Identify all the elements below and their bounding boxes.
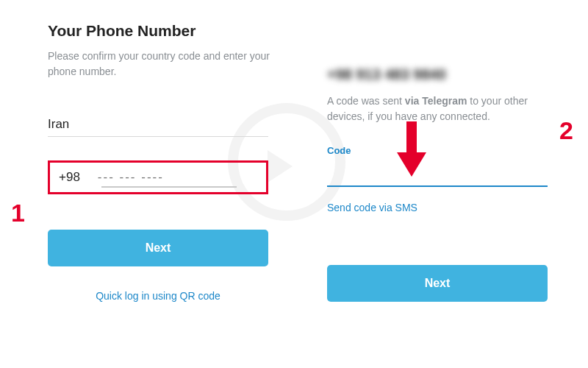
code-field-label: Code [327,145,559,156]
two-panel-container: Your Phone Number Please confirm your co… [0,0,588,368]
next-button-code[interactable]: Next [327,265,548,302]
quick-login-link[interactable]: Quick log in using QR code [48,290,268,302]
phone-display-masked: +98 913 483 9840 [327,66,559,83]
code-msg-bold: via Telegram [405,95,467,107]
page-title: Your Phone Number [48,22,279,40]
phone-entry-panel: Your Phone Number Please confirm your co… [0,0,301,368]
code-msg-prefix: A code was sent [327,95,405,107]
annotation-number-1: 1 [11,199,25,227]
country-select[interactable] [48,113,268,137]
phone-number-input[interactable] [98,170,257,185]
code-entry-panel: +98 913 483 9840 A code was sent via Tel… [301,0,588,368]
code-input[interactable] [327,160,548,187]
phone-input-row: +98 [48,160,268,194]
next-button[interactable]: Next [48,230,268,266]
send-sms-link[interactable]: Send code via SMS [327,202,559,213]
input-underline [101,186,237,188]
dial-code: +98 [59,170,80,185]
annotation-number-2: 2 [559,116,573,145]
code-sent-message: A code was sent via Telegram to your oth… [327,93,559,124]
subtitle-text: Please confirm your country code and ent… [48,49,279,79]
